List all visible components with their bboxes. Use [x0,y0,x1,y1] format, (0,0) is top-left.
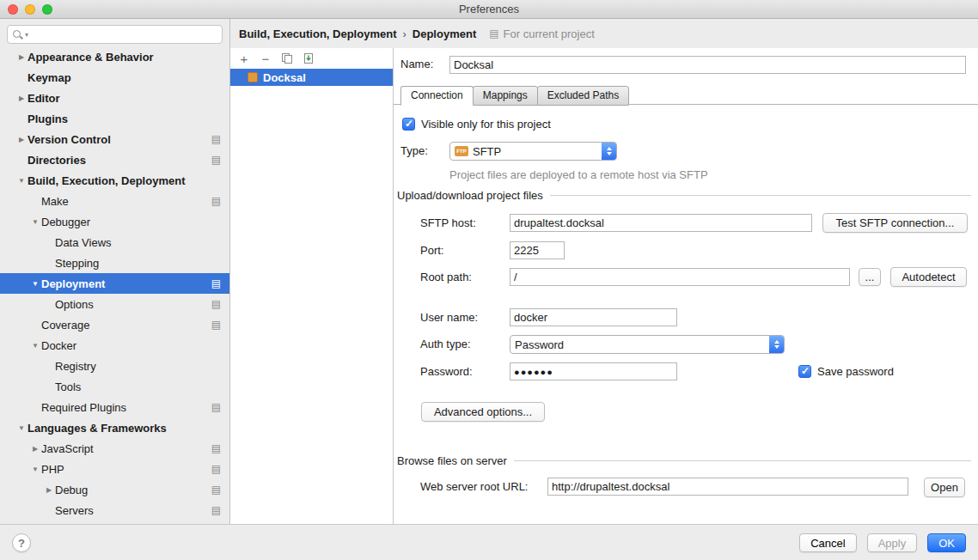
autodetect-button[interactable]: Autodetect [890,267,967,287]
visible-only-checkbox[interactable]: Visible only for this project [402,118,551,131]
web-root-input[interactable] [547,478,908,496]
minimize-icon[interactable] [25,4,35,15]
browse-root-path-button[interactable]: ... [859,268,881,286]
password-input[interactable] [510,362,677,380]
open-button[interactable]: Open [924,478,965,497]
search-input[interactable] [28,28,217,40]
sidebar-item-label: Editor [28,92,60,105]
sidebar-item-stepping[interactable]: Stepping [0,253,229,273]
project-scope-icon: ▤ [211,134,221,144]
chevron-right-icon[interactable]: ▶ [15,136,28,143]
checkbox-checked-icon [402,118,415,131]
test-sftp-connection-button[interactable]: Test SFTP connection... [822,213,968,233]
project-scope-icon: ▤ [211,402,221,412]
sidebar-item-docker[interactable]: ▼ Docker [0,335,229,356]
chevron-right-icon[interactable]: ▶ [15,94,28,102]
project-scope-icon: ▤ [489,28,498,39]
type-select[interactable]: FTP SFTP [449,142,617,161]
tab-mappings[interactable]: Mappings [473,86,538,106]
ok-button[interactable]: OK [927,533,966,552]
settings-search-field[interactable]: ▾ [7,25,223,44]
question-icon: ? [18,537,25,550]
type-help-text: Project files are deployed to a remote h… [449,168,708,181]
root-path-input[interactable] [510,268,850,286]
copy-server-button[interactable] [278,50,296,67]
breadcrumb-item-build-execution-deployment[interactable]: Build, Execution, Deployment [239,27,396,40]
title-bar: Preferences [0,0,978,19]
sidebar-item-deployment[interactable]: ▼ Deployment ▤ [0,273,229,294]
server-name: Docksal [263,71,306,84]
chevron-right-icon[interactable]: ▶ [29,445,41,453]
sidebar-item-label: Stepping [55,257,99,270]
chevron-right-icon[interactable]: ▶ [15,53,28,61]
sidebar-item-data-views[interactable]: Data Views [0,232,229,253]
sidebar-item-label: PHP [41,463,64,476]
sidebar-item-options[interactable]: Options ▤ [0,294,229,314]
sidebar-item-required-plugins[interactable]: Required Plugins ▤ [0,397,229,417]
add-server-button[interactable]: + [235,50,254,67]
cancel-button[interactable]: Cancel [799,533,856,552]
save-password-checkbox[interactable]: Save password [798,365,894,378]
checkbox-checked-icon [798,365,811,378]
sidebar-item-php[interactable]: ▼ PHP ▤ [0,459,229,479]
type-value: SFTP [473,145,501,158]
sidebar-item-directories[interactable]: Directories ▤ [0,149,229,170]
dialog-footer: ? Cancel Apply OK [0,524,978,560]
remove-server-button[interactable]: − [256,50,275,67]
chevron-right-icon[interactable]: ▶ [43,486,55,494]
sidebar-item-label: Build, Execution, Deployment [28,174,185,187]
section-divider [550,195,971,196]
sidebar-item-tools[interactable]: Tools [0,376,229,397]
import-server-button[interactable] [299,50,318,67]
chevron-down-icon[interactable]: ▼ [15,177,28,185]
sftp-host-input[interactable] [510,214,812,232]
sidebar-item-label: Version Control [28,133,111,146]
sidebar-item-debug[interactable]: ▶ Debug ▤ [0,479,229,500]
type-label: Type: [400,144,428,158]
chevron-down-icon[interactable]: ▼ [29,342,41,350]
deployment-form: Name: Connection Mappings Excluded Paths… [394,48,978,524]
sidebar-item-label: Registry [55,360,96,373]
sidebar-item-appearance-and-behavior[interactable]: ▶ Appearance & Behavior [0,46,229,67]
sidebar-item-javascript[interactable]: ▶ JavaScript ▤ [0,438,229,459]
browse-section-header: Browse files on server [397,454,971,467]
password-label: Password: [420,365,473,379]
sidebar-item-build-execution-deployment[interactable]: ▼ Build, Execution, Deployment [0,170,229,191]
sidebar-item-servers[interactable]: Servers ▤ [0,500,229,520]
save-password-label: Save password [817,365,894,378]
zoom-icon[interactable] [42,4,52,15]
project-scope-icon: ▤ [211,155,221,165]
port-label: Port: [420,244,443,258]
breadcrumb-item-deployment[interactable]: Deployment [413,27,476,40]
chevron-down-icon[interactable]: ▼ [29,466,41,473]
chevron-down-icon[interactable]: ▼ [29,280,41,288]
sidebar-item-label: Directories [28,154,86,167]
chevron-down-icon[interactable]: ▼ [29,218,41,226]
help-button[interactable]: ? [12,533,31,552]
sidebar-item-plugins[interactable]: Plugins [0,108,229,129]
auth-type-select[interactable]: Password [510,335,785,354]
close-icon[interactable] [8,4,18,15]
sidebar-item-version-control[interactable]: ▶ Version Control ▤ [0,129,229,149]
project-scope-icon: ▤ [211,278,221,289]
tab-excluded-paths[interactable]: Excluded Paths [537,86,629,106]
sidebar-item-make[interactable]: Make ▤ [0,191,229,211]
sidebar-item-debugger[interactable]: ▼ Debugger [0,211,229,232]
sidebar-item-editor[interactable]: ▶ Editor [0,88,229,108]
sidebar-item-registry[interactable]: Registry [0,356,229,376]
search-icon [12,29,23,40]
apply-button[interactable]: Apply [867,533,918,552]
tab-connection[interactable]: Connection [400,86,474,106]
server-list-item-docksal[interactable]: Docksal [230,69,393,86]
chevron-down-icon[interactable]: ▼ [15,424,28,432]
project-scope-icon: ▤ [211,196,221,206]
user-name-input[interactable] [510,308,677,326]
sidebar-item-label: Appearance & Behavior [28,51,154,64]
sidebar-item-languages-frameworks[interactable]: ▼ Languages & Frameworks [0,417,229,438]
name-input[interactable] [449,56,966,74]
sidebar-item-keymap[interactable]: Keymap [0,67,229,88]
sidebar-item-coverage[interactable]: Coverage ▤ [0,314,229,335]
advanced-options-button[interactable]: Advanced options... [421,402,545,422]
sidebar-item-label: Coverage [41,319,89,332]
port-input[interactable] [510,241,565,259]
